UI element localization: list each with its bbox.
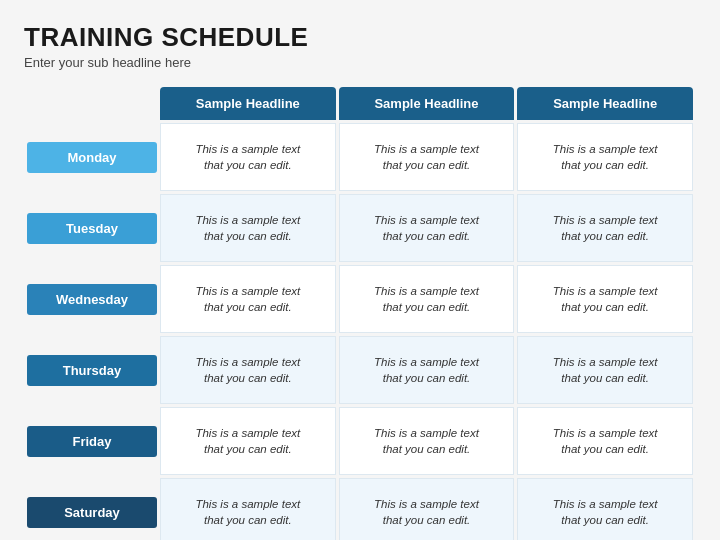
content-cell-wednesday-col1[interactable]: This is a sample textthat you can edit. (160, 265, 336, 333)
day-cell-thursday: Thursday (27, 336, 157, 404)
content-cell-monday-col2[interactable]: This is a sample textthat you can edit. (339, 123, 515, 191)
day-label-saturday: Saturday (27, 497, 157, 528)
content-cell-saturday-col1[interactable]: This is a sample textthat you can edit. (160, 478, 336, 540)
content-cell-wednesday-col3[interactable]: This is a sample textthat you can edit. (517, 265, 693, 333)
content-cell-tuesday-col2[interactable]: This is a sample textthat you can edit. (339, 194, 515, 262)
header-empty-cell (27, 87, 157, 120)
day-row-wednesday: WednesdayThis is a sample textthat you c… (27, 265, 693, 333)
day-row-tuesday: TuesdayThis is a sample textthat you can… (27, 194, 693, 262)
schedule-body: MondayThis is a sample textthat you can … (27, 123, 693, 540)
header-col-2[interactable]: Sample Headline (339, 87, 515, 120)
header-row: Sample Headline Sample Headline Sample H… (27, 87, 693, 120)
day-label-monday: Monday (27, 142, 157, 173)
content-cell-monday-col3[interactable]: This is a sample textthat you can edit. (517, 123, 693, 191)
page-title: TRAINING SCHEDULE (24, 22, 696, 53)
day-label-thursday: Thursday (27, 355, 157, 386)
content-cell-tuesday-col1[interactable]: This is a sample textthat you can edit. (160, 194, 336, 262)
page-subtitle: Enter your sub headline here (24, 55, 696, 70)
header-col-3[interactable]: Sample Headline (517, 87, 693, 120)
content-cell-thursday-col2[interactable]: This is a sample textthat you can edit. (339, 336, 515, 404)
content-cell-wednesday-col2[interactable]: This is a sample textthat you can edit. (339, 265, 515, 333)
day-label-friday: Friday (27, 426, 157, 457)
content-cell-thursday-col1[interactable]: This is a sample textthat you can edit. (160, 336, 336, 404)
content-cell-saturday-col2[interactable]: This is a sample textthat you can edit. (339, 478, 515, 540)
day-cell-wednesday: Wednesday (27, 265, 157, 333)
day-label-wednesday: Wednesday (27, 284, 157, 315)
day-row-saturday: SaturdayThis is a sample textthat you ca… (27, 478, 693, 540)
schedule-table: Sample Headline Sample Headline Sample H… (24, 84, 696, 540)
day-cell-saturday: Saturday (27, 478, 157, 540)
day-row-friday: FridayThis is a sample textthat you can … (27, 407, 693, 475)
day-cell-tuesday: Tuesday (27, 194, 157, 262)
content-cell-monday-col1[interactable]: This is a sample textthat you can edit. (160, 123, 336, 191)
content-cell-friday-col2[interactable]: This is a sample textthat you can edit. (339, 407, 515, 475)
content-cell-saturday-col3[interactable]: This is a sample textthat you can edit. (517, 478, 693, 540)
day-row-monday: MondayThis is a sample textthat you can … (27, 123, 693, 191)
day-cell-monday: Monday (27, 123, 157, 191)
content-cell-friday-col1[interactable]: This is a sample textthat you can edit. (160, 407, 336, 475)
content-cell-friday-col3[interactable]: This is a sample textthat you can edit. (517, 407, 693, 475)
content-cell-tuesday-col3[interactable]: This is a sample textthat you can edit. (517, 194, 693, 262)
day-row-thursday: ThursdayThis is a sample textthat you ca… (27, 336, 693, 404)
header-col-1[interactable]: Sample Headline (160, 87, 336, 120)
day-label-tuesday: Tuesday (27, 213, 157, 244)
content-cell-thursday-col3[interactable]: This is a sample textthat you can edit. (517, 336, 693, 404)
day-cell-friday: Friday (27, 407, 157, 475)
slide: TRAINING SCHEDULE Enter your sub headlin… (0, 0, 720, 540)
